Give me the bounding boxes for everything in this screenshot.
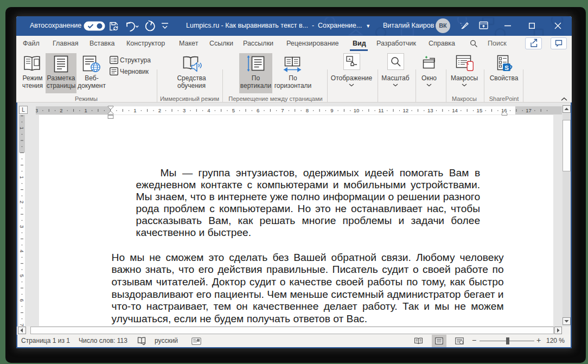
svg-text:11: 11: [379, 107, 384, 113]
svg-text:10: 10: [354, 107, 360, 113]
svg-text:3: 3: [183, 107, 186, 113]
svg-text:S: S: [504, 65, 509, 71]
svg-text:2: 2: [158, 107, 161, 113]
svg-text:5: 5: [19, 274, 25, 277]
svg-text:1: 1: [133, 107, 136, 113]
svg-text:2: 2: [19, 201, 25, 203]
svg-text:6: 6: [19, 299, 25, 302]
svg-text:1: 1: [85, 107, 87, 113]
svg-text:12: 12: [403, 107, 409, 113]
svg-text:13: 13: [427, 107, 433, 113]
svg-text:2: 2: [60, 107, 62, 113]
svg-text:4: 4: [207, 107, 210, 113]
svg-text:6: 6: [257, 107, 259, 113]
svg-text:8: 8: [306, 107, 309, 113]
svg-text:3: 3: [36, 107, 38, 113]
svg-text:4: 4: [19, 250, 25, 252]
svg-text:7: 7: [281, 107, 284, 113]
svg-text:3: 3: [19, 225, 25, 228]
svg-text:5: 5: [232, 107, 235, 113]
svg-text:17: 17: [526, 107, 532, 113]
svg-text:1: 1: [19, 176, 25, 178]
svg-text:14: 14: [452, 107, 458, 113]
svg-text:7: 7: [19, 323, 25, 326]
svg-text:15: 15: [477, 107, 483, 113]
svg-text:9: 9: [330, 107, 333, 113]
svg-text:1: 1: [19, 127, 25, 130]
